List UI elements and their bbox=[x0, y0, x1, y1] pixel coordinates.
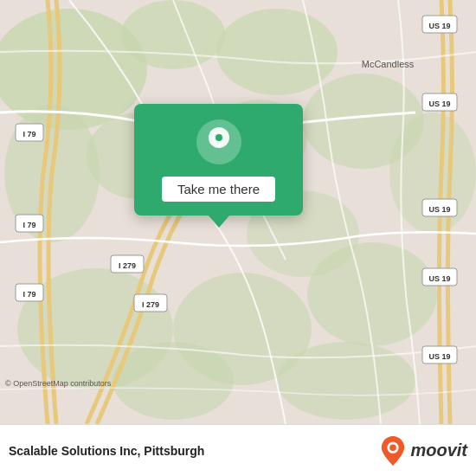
svg-point-38 bbox=[215, 134, 222, 141]
svg-point-14 bbox=[277, 342, 415, 420]
svg-text:I 279: I 279 bbox=[119, 261, 136, 270]
svg-text:I 279: I 279 bbox=[142, 300, 159, 309]
svg-point-13 bbox=[113, 342, 234, 420]
map-attribution: © OpenStreetMap contributors bbox=[5, 379, 111, 388]
svg-text:I 79: I 79 bbox=[23, 290, 35, 299]
svg-point-3 bbox=[216, 9, 338, 95]
svg-point-2 bbox=[121, 0, 225, 69]
bottom-bar: Scalable Solutions Inc, Pittsburgh moovi… bbox=[0, 424, 476, 476]
moovit-brand-text: moovit bbox=[410, 441, 467, 460]
svg-text:US 19: US 19 bbox=[428, 100, 450, 108]
svg-text:US 19: US 19 bbox=[428, 205, 450, 214]
svg-text:US 19: US 19 bbox=[428, 352, 450, 361]
svg-point-40 bbox=[390, 444, 397, 451]
map-container[interactable]: I 79 I 79 I 79 I 279 I 279 US 19 US 19 U… bbox=[0, 0, 476, 424]
svg-text:I 79: I 79 bbox=[23, 130, 35, 138]
location-icon-circle bbox=[196, 119, 241, 164]
take-me-there-button[interactable]: Take me there bbox=[162, 177, 275, 202]
location-pin-icon bbox=[206, 126, 232, 158]
svg-text:I 79: I 79 bbox=[23, 221, 35, 229]
svg-text:McCandless: McCandless bbox=[362, 59, 415, 69]
svg-text:US 19: US 19 bbox=[428, 274, 450, 283]
svg-text:US 19: US 19 bbox=[428, 22, 450, 30]
moovit-logo: moovit bbox=[381, 436, 467, 466]
popup-card: Take me there bbox=[134, 104, 303, 215]
moovit-pin-icon bbox=[381, 436, 405, 466]
location-name: Scalable Solutions Inc, Pittsburgh bbox=[9, 444, 381, 458]
